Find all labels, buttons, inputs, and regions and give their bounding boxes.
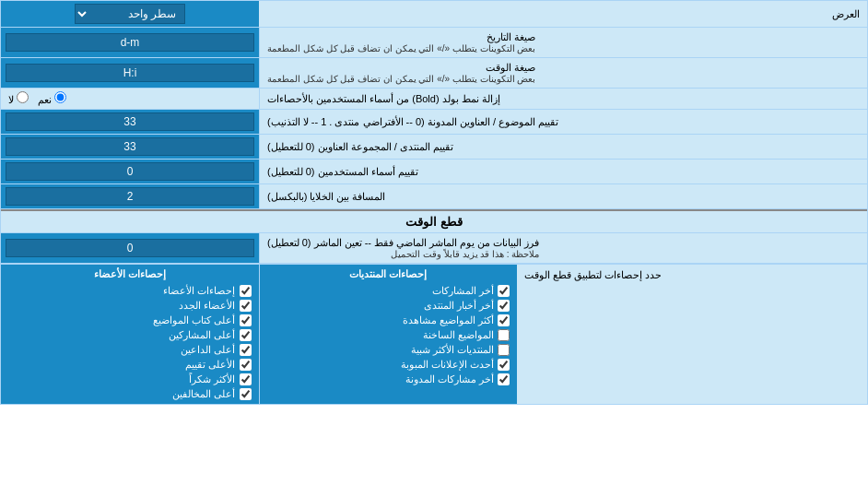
date-format-input[interactable]: [6, 33, 254, 52]
stats-item-new-members: الأعضاء الجدد: [8, 300, 252, 312]
display-label: العرض: [259, 6, 867, 23]
gap-count-label: المسافة بين الخلايا (بالبكسل): [259, 184, 867, 208]
chk-latest-posts[interactable]: [498, 285, 510, 297]
chk-hot-topics[interactable]: [498, 329, 510, 341]
radio-yes[interactable]: [54, 91, 66, 103]
chk-classified-ads[interactable]: [498, 359, 510, 371]
stats-item-top-inviters: أعلى الداعين: [8, 344, 252, 356]
stats-item-forum-news: أخر أخبار المنتدى: [267, 300, 510, 312]
stats-item-latest-posts: أخر المشاركات: [267, 285, 510, 297]
chk-most-thanked[interactable]: [240, 373, 252, 385]
stats-item-hot-topics: المواضيع الساخنة: [267, 329, 510, 341]
stats-item-top-violators: أعلى المخالفين: [8, 388, 252, 400]
chk-most-viewed[interactable]: [498, 314, 510, 326]
stats-item-most-thanked: الأكثر شكراً: [8, 373, 252, 385]
stats-col-members: إحصاءات الأعضاء إحصاءات الأعضاء الأعضاء …: [1, 265, 259, 404]
time-format-input[interactable]: [6, 64, 254, 82]
chk-blog-posts[interactable]: [498, 373, 510, 385]
gap-count-input[interactable]: [6, 187, 254, 206]
bold-remove-label: إزالة نمط بولد (Bold) من أسماء المستخدمي…: [259, 89, 867, 109]
stats-item-most-viewed: أكثر المواضيع مشاهدة: [267, 314, 510, 326]
chk-top-rated[interactable]: [240, 359, 252, 371]
forum-count-label: تقييم المنتدى / المجموعة العناوين (0 للت…: [259, 135, 867, 159]
stats-item-classified-ads: أحدث الإعلانات المبوبة: [267, 359, 510, 371]
chk-forum-news[interactable]: [498, 300, 510, 312]
time-section-header: قطع الوقت: [1, 209, 867, 233]
stats-item-top-posters: أعلى المشاركين: [8, 329, 252, 341]
stats-item-top-topic-writers: أعلى كتاب المواضيع: [8, 314, 252, 326]
radio-no-label: لا: [8, 91, 29, 106]
chk-new-members[interactable]: [240, 300, 252, 312]
time-filter-input[interactable]: [6, 239, 254, 257]
stats-item-blog-posts: أخر مشاركات المدونة: [267, 373, 510, 385]
stats-col1-header: إحصاءات المنتديات: [267, 268, 510, 280]
radio-no[interactable]: [17, 91, 29, 103]
topics-count-input[interactable]: [6, 112, 254, 131]
chk-popular-forums[interactable]: [498, 344, 510, 356]
stats-col2-header: إحصاءات الأعضاء: [8, 268, 252, 280]
stats-label: حدد إحصاءات لتطبيق قطع الوقت: [517, 265, 867, 404]
time-format-label: صيغة الوقت بعض التكوينات يتطلب «/» التي …: [259, 58, 867, 88]
topics-count-label: تقييم الموضوع / العناوين المدونة (0 -- ا…: [259, 110, 867, 134]
date-format-label: صيغة التاريخ بعض التكوينات يتطلب «/» الت…: [259, 28, 867, 57]
chk-top-inviters[interactable]: [240, 344, 252, 356]
display-select[interactable]: سطر واحد سطرين ثلاثة أسطر: [75, 4, 185, 24]
stats-item-popular-forums: المنتديات الأكثر شبية: [267, 344, 510, 356]
chk-top-posters[interactable]: [240, 329, 252, 341]
radio-yes-label: نعم: [38, 91, 66, 106]
stats-item-member-stats: إحصاءات الأعضاء: [8, 285, 252, 297]
chk-top-violators[interactable]: [240, 388, 252, 400]
stats-item-top-rated: الأعلى تقييم: [8, 359, 252, 371]
chk-member-stats[interactable]: [240, 285, 252, 297]
stats-col-forums: إحصاءات المنتديات أخر المشاركات أخر أخبا…: [259, 265, 518, 404]
users-count-input[interactable]: [6, 162, 254, 181]
time-filter-label: فرز البيانات من يوم الماشر الماضي فقط --…: [259, 233, 867, 263]
chk-top-topic-writers[interactable]: [240, 314, 252, 326]
users-count-label: تقييم أسماء المستخدمين (0 للتعطيل): [259, 160, 867, 183]
forum-count-input[interactable]: [6, 137, 254, 156]
